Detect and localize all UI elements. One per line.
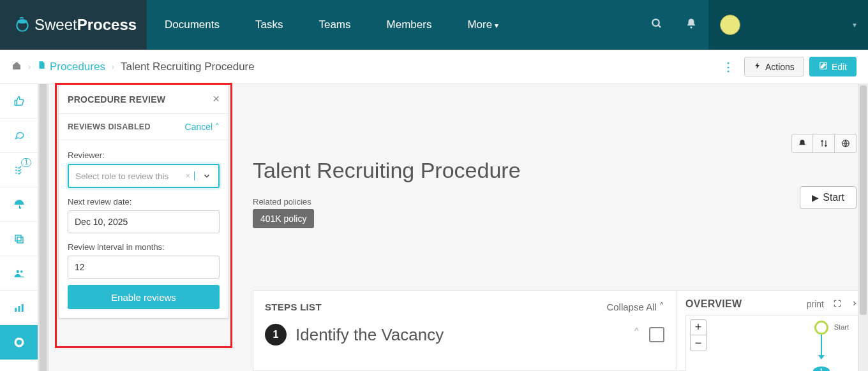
bell-icon[interactable] bbox=[674, 18, 708, 33]
svg-point-4 bbox=[691, 26, 692, 28]
svg-rect-10 bbox=[15, 308, 17, 312]
next-date-label: Next review date: bbox=[68, 197, 220, 207]
edit-button[interactable]: Edit bbox=[809, 57, 857, 76]
brand[interactable]: SweetProcess bbox=[0, 0, 147, 50]
bell-icon[interactable] bbox=[791, 134, 813, 153]
svg-point-8 bbox=[16, 270, 19, 273]
steps-list-panel: STEPS LIST Collapse All ˄ 1 Identify the… bbox=[253, 290, 677, 371]
interval-label: Review interval in months: bbox=[68, 242, 220, 252]
chevron-up-icon: ˄ bbox=[659, 301, 664, 312]
brand-icon bbox=[14, 17, 31, 33]
rail-people[interactable] bbox=[0, 256, 38, 291]
svg-rect-11 bbox=[18, 306, 20, 312]
breadcrumb-procedures[interactable]: Procedures bbox=[37, 60, 105, 73]
svg-rect-7 bbox=[15, 235, 21, 241]
flow-start-node[interactable] bbox=[814, 321, 828, 335]
chevron-down-icon: ▾ bbox=[853, 20, 857, 29]
interval-input[interactable] bbox=[68, 256, 220, 279]
procedure-review-panel: PROCEDURE REVIEW × REVIEWS DISABLED Canc… bbox=[58, 84, 229, 319]
flowchart-canvas[interactable]: + − Start 1 bbox=[685, 315, 858, 371]
rail-tasks[interactable]: 1 bbox=[0, 153, 38, 187]
rail-review[interactable] bbox=[0, 325, 38, 360]
step-title: Identify the Vacancy bbox=[296, 325, 444, 345]
content-area: PROCEDURE REVIEW × REVIEWS DISABLED Canc… bbox=[49, 84, 868, 371]
breadcrumb-bar: › Procedures › Talent Recruiting Procedu… bbox=[0, 50, 868, 84]
zoom-in-button[interactable]: + bbox=[691, 320, 706, 335]
clear-icon[interactable]: × bbox=[186, 171, 190, 180]
chevron-up-icon[interactable]: ˄ bbox=[633, 326, 640, 343]
rail-comments[interactable] bbox=[0, 119, 38, 153]
nav-documents[interactable]: Documents bbox=[147, 0, 237, 50]
breadcrumb-separator: › bbox=[28, 62, 31, 71]
reviewer-placeholder: Select role to review this bbox=[69, 171, 186, 181]
document-title: Talent Recruiting Procedure bbox=[253, 158, 853, 183]
overview-title: OVERVIEW bbox=[685, 298, 742, 310]
flow-start-label: Start bbox=[834, 323, 849, 331]
svg-point-9 bbox=[20, 270, 22, 273]
chevron-down-icon[interactable] bbox=[194, 171, 218, 180]
step-checkbox[interactable] bbox=[649, 327, 664, 342]
brand-name: SweetProcess bbox=[34, 16, 137, 34]
svg-point-1 bbox=[17, 19, 27, 23]
print-link[interactable]: print bbox=[807, 299, 824, 309]
cancel-link[interactable]: Cancel ˄ bbox=[185, 122, 220, 132]
scroll-gutter[interactable] bbox=[38, 84, 49, 371]
nav-more[interactable]: More▾ bbox=[449, 0, 516, 50]
main-area: 1 PROCEDURE REVIEW × REVIEWS DISABLED Ca… bbox=[0, 84, 868, 371]
fullscreen-icon[interactable] bbox=[833, 299, 842, 310]
chevron-down-icon: ▾ bbox=[495, 21, 498, 30]
breadcrumb-actions: ⋮ Actions Edit bbox=[716, 57, 857, 76]
bolt-icon bbox=[754, 61, 761, 72]
edit-icon bbox=[819, 61, 828, 72]
flow-arrow-icon bbox=[818, 355, 825, 360]
step-number: 1 bbox=[265, 324, 287, 346]
doc-toolbar bbox=[791, 134, 857, 153]
svg-point-2 bbox=[652, 19, 659, 26]
collapse-all-link[interactable]: Collapse All ˄ bbox=[606, 301, 664, 312]
app-header: SweetProcess Documents Tasks Teams Membe… bbox=[0, 0, 868, 50]
close-icon[interactable]: × bbox=[213, 92, 220, 106]
zoom-controls: + − bbox=[690, 319, 707, 351]
rail-umbrella[interactable] bbox=[0, 187, 38, 222]
rail-thumbs-up[interactable] bbox=[0, 84, 38, 119]
reviewer-label: Reviewer: bbox=[68, 150, 220, 160]
vertical-scrollbar[interactable] bbox=[858, 84, 868, 371]
rail-badge: 1 bbox=[21, 158, 31, 167]
breadcrumb-current: Talent Recruiting Procedure bbox=[121, 61, 255, 73]
nav-tasks[interactable]: Tasks bbox=[237, 0, 301, 50]
search-icon[interactable] bbox=[640, 18, 674, 33]
flow-connector bbox=[821, 335, 822, 356]
reviewer-select[interactable]: Select role to review this × bbox=[68, 164, 220, 188]
user-menu[interactable]: ▾ bbox=[708, 0, 868, 50]
left-rail: 1 bbox=[0, 84, 38, 371]
zoom-out-button[interactable]: − bbox=[691, 335, 706, 351]
header-right: ▾ bbox=[640, 0, 868, 50]
flow-step-1-node[interactable]: 1 bbox=[813, 367, 830, 371]
nav-members[interactable]: Members bbox=[369, 0, 450, 50]
svg-rect-6 bbox=[17, 237, 23, 243]
svg-rect-12 bbox=[21, 304, 23, 312]
globe-icon[interactable] bbox=[835, 134, 857, 153]
related-label: Related policies bbox=[253, 197, 853, 207]
rail-copy[interactable] bbox=[0, 222, 38, 256]
main-nav: Documents Tasks Teams Members More▾ bbox=[147, 0, 516, 50]
step-row[interactable]: 1 Identify the Vacancy ˄ bbox=[265, 324, 664, 346]
file-icon bbox=[37, 60, 46, 73]
avatar bbox=[720, 15, 740, 35]
enable-reviews-button[interactable]: Enable reviews bbox=[68, 285, 220, 309]
more-vert-icon[interactable]: ⋮ bbox=[716, 60, 740, 74]
related-tag[interactable]: 401K policy bbox=[253, 209, 314, 228]
actions-button[interactable]: Actions bbox=[744, 57, 804, 76]
svg-point-14 bbox=[16, 340, 21, 345]
breadcrumb-separator: › bbox=[112, 62, 114, 71]
overview-panel: OVERVIEW print + − Start bbox=[677, 290, 868, 371]
home-icon[interactable] bbox=[11, 61, 22, 73]
sort-icon[interactable] bbox=[813, 134, 835, 153]
svg-line-3 bbox=[658, 25, 661, 27]
start-button[interactable]: ▶ Start bbox=[800, 186, 857, 209]
nav-teams[interactable]: Teams bbox=[301, 0, 368, 50]
review-status: REVIEWS DISABLED bbox=[68, 122, 151, 131]
rail-analytics[interactable] bbox=[0, 291, 38, 325]
panel-title: PROCEDURE REVIEW bbox=[68, 94, 165, 105]
next-date-input[interactable] bbox=[68, 210, 220, 233]
